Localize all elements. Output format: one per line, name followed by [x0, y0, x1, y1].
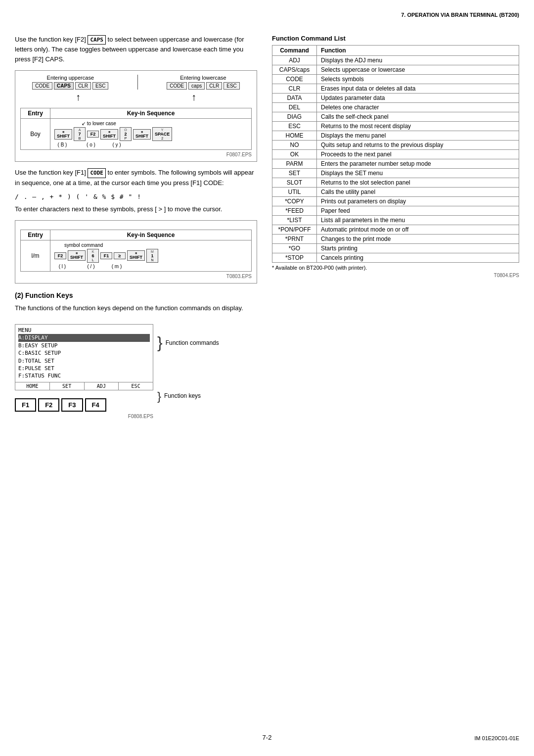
command-table: Command Function ADJDisplays the ADJ men… [272, 45, 519, 263]
menu-line-1: A:DISPLAY [18, 334, 150, 341]
page-number: 7-2 [263, 734, 272, 741]
cmd-cell: ADJ [272, 56, 317, 65]
key-clr2: CLR [206, 82, 222, 90]
cmd-cell: DATA [272, 94, 317, 103]
table-row: CLRErases input data or deletes all data [272, 84, 519, 94]
cmd-cell: PARM [272, 159, 317, 169]
table-row: Boy ↙ to lower case ■ SHIFT A 7 [21, 119, 252, 150]
func-cell: Deletes one character [317, 103, 519, 112]
table-row: DELDeletes one character [272, 103, 519, 112]
key-m1n: M 1 N [146, 249, 158, 263]
lowercase-label: Entering lowercase [180, 75, 226, 81]
keyseq-header: Key-in Sequence [50, 108, 252, 119]
menu-key-adj: ADJ [85, 382, 119, 390]
brace-label-1: Function commands [166, 339, 219, 346]
para2: Use the function key [F1] CODE to enter … [15, 168, 257, 188]
func-cell: Displays the menu panel [317, 131, 519, 141]
brace-label-2: Function keys [164, 392, 201, 399]
brace-item-2: } Function keys [157, 391, 219, 401]
key-f2-sym: F2 [54, 252, 66, 259]
arrow-right: ↑ [138, 92, 250, 103]
diagram3: MENU A:DISPLAY B:EASY SETUP C:BASIC SETU… [15, 318, 153, 419]
key-seq-cell: ↙ to lower case ■ SHIFT A 7 B [50, 119, 252, 150]
cmd-cell: NO [272, 141, 317, 150]
func-cell: Displays the SET menu [317, 169, 519, 178]
key-f1-sym: F1 [100, 252, 112, 259]
table-row: ESCReturns to the most recent display [272, 122, 519, 131]
key-caps: CAPS [54, 82, 74, 90]
table-row: *GOStarts printing [272, 244, 519, 253]
col-function: Function [317, 46, 519, 56]
func-cell: Quits setup and returns to the previous … [317, 141, 519, 150]
menu-bottom-row: HOME SET ADJ ESC [15, 382, 153, 390]
cmd-cell: *FEED [272, 206, 317, 216]
key-shift-sym2: ■ SHIFT [127, 250, 145, 261]
key-esc2: ESC [223, 82, 240, 90]
entry-table-1: Entry Key-in Sequence Boy ↙ to lower cas… [20, 108, 252, 150]
key-seq-diagram-2: F2 ■ SHIFT K 6 L [54, 249, 247, 263]
table-row: *LISTLists all parameters in the menu [272, 216, 519, 225]
func-cell: Lists all parameters in the menu [317, 216, 519, 225]
entry-val-boy: Boy [21, 119, 50, 150]
menu-line-5: E:PULSE SET [18, 365, 54, 372]
table-row-2: l/m symbol command F2 ■ SHIFT [21, 240, 252, 271]
key-f2: F2 [87, 131, 99, 138]
cmd-cell: *PON/POFF [272, 225, 317, 235]
brace-1: } [157, 336, 163, 349]
key-shift-sym1: ■ SHIFT [68, 250, 86, 261]
menu-key-esc: ESC [119, 382, 153, 390]
table-header-row: Command Function [272, 46, 519, 56]
key-seq-cell-2: symbol command F2 ■ SHIFT K [50, 240, 252, 271]
func-key-f4: F4 [85, 398, 106, 412]
func-key-f3: F3 [61, 398, 83, 412]
func-cell: Updates parameter data [317, 94, 519, 103]
key-shift1: ■ SHIFT [54, 129, 72, 140]
key-arrow-right: ≥ [114, 252, 126, 259]
table-row: *PRNTChanges to the print mode [272, 235, 519, 244]
brace-2: } [157, 391, 161, 401]
cmd-cell: SLOT [272, 178, 317, 188]
table-row: *COPYPrints out parameters on display [272, 197, 519, 206]
eps2: T0803.EPS [20, 274, 252, 279]
table-row: ADJDisplays the ADJ menu [272, 56, 519, 65]
cmd-cell: *COPY [272, 197, 317, 206]
caps-badge: CAPS [88, 35, 106, 45]
table-row: DIAGCalls the self-check panel [272, 112, 519, 122]
entering-lowercase: Entering lowercase CODE caps CLR ESC [167, 75, 240, 90]
section2-heading: (2) Function Keys [15, 291, 257, 299]
func-cell: Returns to the slot selection panel [317, 178, 519, 188]
key-shift2: ■ SHIFT [100, 129, 118, 140]
diagram1: Entering uppercase CODE CAPS CLR ESC Ent… [15, 70, 257, 162]
im-number: IM 01E20C01-01E [475, 735, 520, 741]
diagram3-container: MENU A:DISPLAY B:EASY SETUP C:BASIC SETU… [15, 318, 257, 419]
func-cell: Calls the self-check panel [317, 112, 519, 122]
key-shift3: ■ SHIFT [133, 129, 151, 140]
menu-inner: MENU A:DISPLAY B:EASY SETUP C:BASIC SETU… [15, 325, 153, 382]
menu-key-set: SET [50, 382, 85, 390]
key-code1: CODE [32, 82, 52, 90]
key-esc1: ESC [92, 82, 109, 90]
entering-uppercase: Entering uppercase CODE CAPS CLR ESC [32, 75, 108, 90]
func-cell: Paper feed [317, 206, 519, 216]
func-cell: Erases input data or deletes all data [317, 84, 519, 94]
func-cell: Enters the parameter number setup mode [317, 159, 519, 169]
diagram2: Entry Key-in Sequence l/m symbol command… [15, 220, 257, 284]
menu-line-4: D:TOTAL SET [18, 358, 54, 364]
table-row: CODESelects symbols [272, 75, 519, 84]
left-column: Use the function key [F2] CAPS to select… [15, 35, 257, 736]
symbols-line: / . – , + * ) ( ' & % $ # " ! [15, 193, 257, 200]
result-B: ( B ) [56, 142, 68, 147]
table-row: HOMEDisplays the menu panel [272, 131, 519, 141]
cmd-cell: ESC [272, 122, 317, 131]
func-cell: Automatic printout mode on or off [317, 225, 519, 235]
para3: To enter characters next to these symbol… [15, 204, 257, 214]
cmd-cell: CAPS/caps [272, 65, 317, 75]
result-y: ( y ) [111, 142, 123, 147]
eps-right: T0804.EPS [272, 273, 519, 278]
keyseq-header-2: Key-in Sequence [50, 230, 252, 240]
cmd-cell: CLR [272, 84, 317, 94]
result-o: ( o ) [85, 142, 97, 147]
table-row: *STOPCancels printing [272, 253, 519, 263]
func-cell: Changes to the print mode [317, 235, 519, 244]
table-row: DATAUpdates parameter data [272, 94, 519, 103]
